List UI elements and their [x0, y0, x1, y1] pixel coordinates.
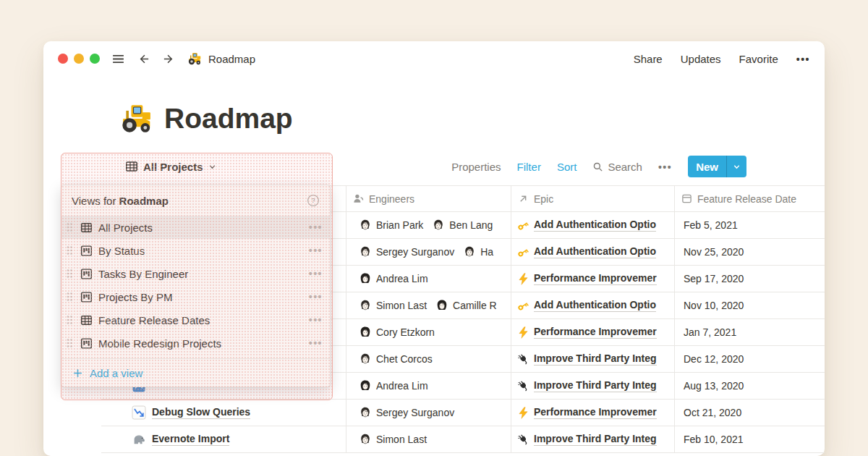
release-date-cell[interactable]: Aug 13, 2020: [674, 373, 825, 399]
view-switcher-button[interactable]: All Projects: [125, 156, 216, 177]
epic-link[interactable]: Performance Improvemer: [534, 406, 657, 419]
engineer-name: Cory Etzkorn: [376, 326, 435, 338]
engineer-chip: Chet Corcos: [359, 352, 433, 366]
column-header-engineers[interactable]: Engineers: [346, 186, 511, 211]
more-icon[interactable]: •••: [309, 267, 323, 280]
dropdown-header: Views for Roadmap ?: [61, 185, 330, 216]
add-view-button[interactable]: Add a view: [61, 359, 330, 387]
epic-cell[interactable]: Add Authentication Optio: [511, 292, 674, 318]
release-date-cell[interactable]: Feb 10, 2021: [674, 426, 825, 452]
engineers-cell[interactable]: Simon Last Camille R: [346, 292, 511, 318]
share-button[interactable]: Share: [634, 53, 663, 65]
engineers-cell[interactable]: Sergey Surganov Ha: [346, 239, 511, 265]
more-icon[interactable]: •••: [309, 313, 323, 326]
drag-handle-icon[interactable]: [66, 337, 77, 349]
engineers-cell[interactable]: Sergey Surganov: [346, 400, 511, 426]
epic-cell[interactable]: Improve Third Party Integ: [511, 346, 674, 372]
release-date-cell[interactable]: Jan 7, 2021: [674, 319, 825, 345]
view-item-label: All Projects: [98, 221, 309, 234]
arrow-up-right-icon: [518, 193, 529, 204]
engineers-cell[interactable]: Brian Park Ben Lang: [346, 212, 511, 238]
help-icon[interactable]: ?: [307, 194, 320, 207]
release-date-cell[interactable]: Sep 17, 2020: [674, 266, 825, 292]
epic-cell[interactable]: Improve Third Party Integ: [511, 373, 674, 399]
epic-link[interactable]: Performance Improvemer: [534, 272, 657, 285]
more-icon[interactable]: •••: [309, 290, 323, 303]
epic-cell[interactable]: Add Authentication Optio: [511, 212, 674, 238]
engineers-cell[interactable]: Cory Etzkorn: [346, 319, 511, 345]
chevron-down-icon[interactable]: [726, 156, 746, 177]
view-menu-item[interactable]: Projects By PM •••: [61, 285, 330, 308]
engineer-chip: Ha: [463, 245, 493, 258]
epic-cell[interactable]: Improve Third Party Integ: [511, 426, 674, 452]
favorite-button[interactable]: Favorite: [739, 53, 778, 65]
more-icon[interactable]: •••: [309, 337, 323, 350]
table-row: Debug Slow Queries Sergey Surganov Perfo…: [101, 400, 825, 426]
board-view-icon: [80, 245, 93, 257]
engineers-cell[interactable]: Chet Corcos: [346, 346, 511, 372]
epic-link[interactable]: Add Authentication Optio: [534, 299, 656, 312]
view-menu-item[interactable]: All Projects •••: [61, 216, 330, 239]
drag-handle-icon[interactable]: [66, 268, 77, 279]
more-icon[interactable]: •••: [309, 244, 323, 257]
view-menu-item[interactable]: By Status •••: [61, 239, 330, 262]
new-button[interactable]: New: [688, 156, 746, 177]
view-menu-item[interactable]: Mobile Redesign Projects •••: [61, 332, 330, 355]
breadcrumb-title[interactable]: Roadmap: [208, 53, 255, 65]
engineers-cell[interactable]: Andrea Lim: [346, 266, 511, 292]
drag-handle-icon[interactable]: [66, 291, 77, 303]
filter-button[interactable]: Filter: [517, 161, 541, 173]
forward-arrow-icon[interactable]: [162, 52, 176, 66]
back-arrow-icon[interactable]: [137, 52, 150, 66]
epic-link[interactable]: Improve Third Party Integ: [534, 379, 657, 392]
release-date-cell[interactable]: Oct 21, 2020: [674, 400, 825, 426]
minimize-window-button[interactable]: [74, 54, 84, 64]
search-button[interactable]: Search: [592, 161, 642, 173]
epic-cell[interactable]: Performance Improvemer: [511, 319, 674, 345]
tractor-icon[interactable]: [119, 101, 153, 135]
avatar-woman-icon: [435, 299, 448, 312]
engineer-chip: Camille R: [435, 299, 497, 312]
epic-cell[interactable]: Performance Improvemer: [511, 400, 674, 426]
view-menu-item[interactable]: Feature Release Dates •••: [61, 308, 330, 332]
drag-handle-icon[interactable]: [66, 245, 77, 256]
more-icon[interactable]: •••: [796, 53, 810, 65]
more-icon[interactable]: •••: [658, 161, 672, 173]
avatar-woman-icon: [359, 379, 372, 392]
project-name-link[interactable]: Debug Slow Queries: [152, 406, 250, 419]
epic-cell[interactable]: Performance Improvemer: [511, 266, 674, 292]
epic-cell[interactable]: Add Authentication Optio: [511, 239, 674, 265]
calendar-icon: [681, 193, 692, 204]
epic-link[interactable]: Performance Improvemer: [534, 326, 657, 339]
epic-link[interactable]: Add Authentication Optio: [534, 245, 656, 258]
zoom-window-button[interactable]: [90, 54, 100, 64]
avatar-man-icon: [359, 245, 372, 258]
updates-button[interactable]: Updates: [681, 53, 721, 65]
engineer-chip: Simon Last: [359, 433, 427, 446]
column-header-date[interactable]: Feature Release Date: [674, 186, 825, 211]
release-date-cell[interactable]: Nov 10, 2020: [674, 292, 825, 318]
plug-icon: [517, 380, 529, 392]
drag-handle-icon[interactable]: [66, 314, 77, 326]
project-name-cell[interactable]: Debug Slow Queries: [101, 400, 346, 426]
properties-button[interactable]: Properties: [451, 161, 501, 173]
sort-button[interactable]: Sort: [557, 161, 577, 173]
dropdown-title-prefix: Views for: [72, 195, 116, 207]
project-name-link[interactable]: Evernote Import: [152, 433, 229, 446]
engineers-cell[interactable]: Andrea Lim: [346, 373, 511, 399]
epic-link[interactable]: Improve Third Party Integ: [534, 433, 657, 446]
close-window-button[interactable]: [58, 54, 68, 64]
release-date-cell[interactable]: Dec 12, 2020: [674, 346, 825, 372]
engineer-name: Andrea Lim: [376, 273, 428, 284]
view-menu-item[interactable]: Tasks By Engineer •••: [61, 262, 330, 285]
release-date-cell[interactable]: Feb 5, 2021: [674, 212, 825, 238]
hamburger-icon[interactable]: [111, 52, 125, 66]
column-header-epic[interactable]: Epic: [511, 186, 674, 211]
release-date-cell[interactable]: Nov 25, 2020: [674, 239, 825, 265]
epic-link[interactable]: Add Authentication Optio: [534, 219, 656, 232]
drag-handle-icon[interactable]: [66, 221, 77, 233]
project-name-cell[interactable]: Evernote Import: [101, 426, 346, 452]
engineers-cell[interactable]: Simon Last: [346, 426, 511, 452]
more-icon[interactable]: •••: [309, 221, 323, 234]
epic-link[interactable]: Improve Third Party Integ: [534, 352, 657, 366]
